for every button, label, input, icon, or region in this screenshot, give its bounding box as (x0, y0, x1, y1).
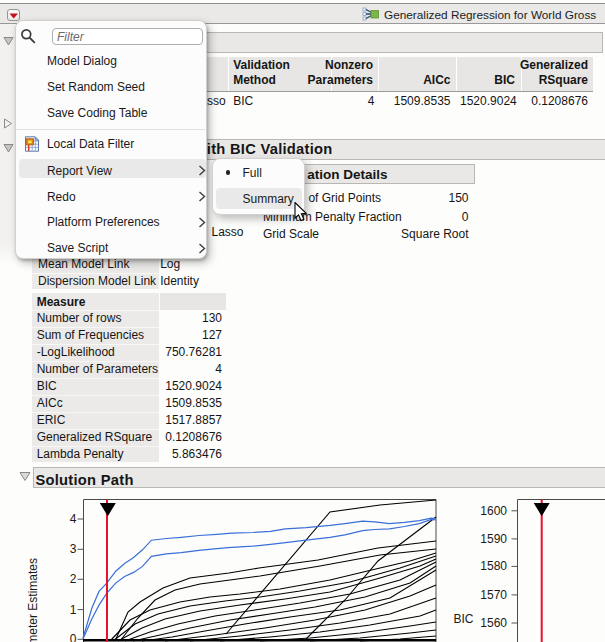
svg-text:1590: 1590 (480, 532, 507, 546)
svg-text:0: 0 (70, 632, 77, 642)
svg-text:1600: 1600 (480, 504, 507, 518)
svg-text:1570: 1570 (480, 588, 507, 602)
svg-text:Parameter Estimates: Parameter Estimates (26, 558, 40, 642)
svg-text:1560: 1560 (480, 616, 507, 630)
svg-text:3: 3 (70, 542, 77, 556)
svg-text:2: 2 (70, 572, 77, 586)
svg-text:4: 4 (70, 512, 77, 526)
svg-text:1580: 1580 (480, 559, 507, 573)
svg-text:1: 1 (70, 603, 77, 617)
svg-text:BIC: BIC (453, 612, 473, 626)
